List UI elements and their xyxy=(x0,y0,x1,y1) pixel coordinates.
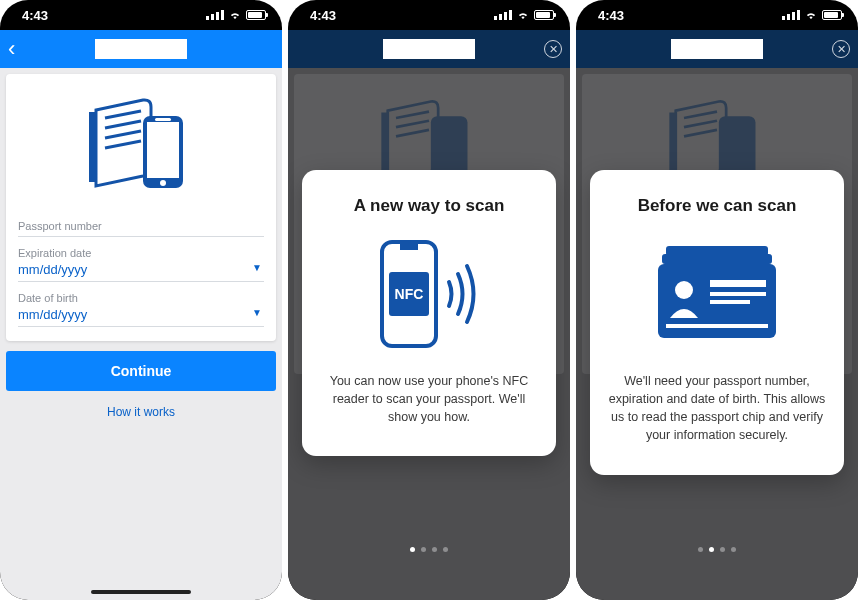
svg-rect-6 xyxy=(147,122,179,178)
page-dot[interactable] xyxy=(720,547,725,552)
onboarding-modal: A new way to scan NFC You can xyxy=(302,170,556,456)
id-card-icon xyxy=(608,234,826,354)
app-bar: ‹ xyxy=(0,30,282,68)
field-value: mm/dd/yyyy xyxy=(18,262,264,277)
svg-line-12 xyxy=(396,130,429,136)
app-title-redacted xyxy=(383,39,475,59)
svg-line-21 xyxy=(684,130,717,136)
phone-screen-before-scan: 4:43 ✕ Before xyxy=(576,0,858,600)
signal-icon xyxy=(782,10,800,20)
page-indicator xyxy=(288,547,570,552)
onboarding-modal: Before we can scan We'll need your xyxy=(590,170,844,475)
status-time: 4:43 xyxy=(598,8,624,23)
expiration-date-field[interactable]: Expiration date mm/dd/yyyy ▼ xyxy=(18,237,264,282)
status-time: 4:43 xyxy=(22,8,48,23)
modal-body: You can now use your phone's NFC reader … xyxy=(320,372,538,426)
chevron-down-icon: ▼ xyxy=(252,262,262,273)
app-bar: ✕ xyxy=(576,30,858,68)
page-dot[interactable] xyxy=(698,547,703,552)
nfc-phone-icon: NFC xyxy=(320,234,538,354)
status-bar: 4:43 xyxy=(0,0,282,30)
modal-title: A new way to scan xyxy=(320,196,538,216)
wifi-icon xyxy=(228,10,242,20)
phone-screen-nfc-intro: 4:43 ✕ A new xyxy=(288,0,570,600)
wifi-icon xyxy=(516,10,530,20)
status-indicators xyxy=(782,10,842,20)
field-label: Expiration date xyxy=(18,247,264,259)
svg-rect-9 xyxy=(381,113,388,177)
status-time: 4:43 xyxy=(310,8,336,23)
svg-line-11 xyxy=(396,121,429,127)
svg-rect-15 xyxy=(400,242,418,250)
svg-point-26 xyxy=(675,281,693,299)
app-title-redacted xyxy=(95,39,187,59)
field-label: Date of birth xyxy=(18,292,264,304)
svg-text:NFC: NFC xyxy=(395,286,424,302)
field-label: Passport number xyxy=(18,220,264,232)
page-dot[interactable] xyxy=(432,547,437,552)
svg-rect-18 xyxy=(669,113,676,177)
back-icon[interactable]: ‹ xyxy=(8,38,15,60)
svg-rect-0 xyxy=(89,112,97,182)
app-title-redacted xyxy=(671,39,763,59)
dob-field[interactable]: Date of birth mm/dd/yyyy ▼ xyxy=(18,282,264,327)
passport-number-field[interactable]: Passport number xyxy=(18,210,264,237)
continue-button[interactable]: Continue xyxy=(6,351,276,391)
how-it-works-link[interactable]: How it works xyxy=(6,405,276,419)
close-icon[interactable]: ✕ xyxy=(832,40,850,58)
svg-rect-27 xyxy=(710,280,766,287)
svg-rect-30 xyxy=(666,324,768,328)
home-indicator[interactable] xyxy=(91,590,191,594)
battery-icon xyxy=(534,10,554,20)
page-indicator xyxy=(576,547,858,552)
phone-screen-form: 4:43 ‹ xyxy=(0,0,282,600)
field-value: mm/dd/yyyy xyxy=(18,307,264,322)
svg-line-19 xyxy=(684,112,717,118)
svg-rect-7 xyxy=(155,118,171,121)
page-dot[interactable] xyxy=(410,547,415,552)
svg-line-10 xyxy=(396,112,429,118)
svg-point-8 xyxy=(160,180,166,186)
passport-phone-icon xyxy=(18,88,264,210)
svg-rect-24 xyxy=(662,254,772,264)
svg-rect-28 xyxy=(710,292,766,296)
page-dot[interactable] xyxy=(421,547,426,552)
screen-body: Passport number Expiration date mm/dd/yy… xyxy=(0,68,282,600)
status-indicators xyxy=(206,10,266,20)
status-bar: 4:43 xyxy=(576,0,858,30)
status-bar: 4:43 xyxy=(288,0,570,30)
battery-icon xyxy=(822,10,842,20)
chevron-down-icon: ▼ xyxy=(252,307,262,318)
screen-body: Before we can scan We'll need your xyxy=(576,68,858,600)
svg-rect-29 xyxy=(710,300,750,304)
close-icon[interactable]: ✕ xyxy=(544,40,562,58)
page-dot[interactable] xyxy=(443,547,448,552)
form-card: Passport number Expiration date mm/dd/yy… xyxy=(6,74,276,341)
page-dot[interactable] xyxy=(709,547,714,552)
app-bar: ✕ xyxy=(288,30,570,68)
svg-line-20 xyxy=(684,121,717,127)
wifi-icon xyxy=(804,10,818,20)
page-dot[interactable] xyxy=(731,547,736,552)
modal-body: We'll need your passport number, expirat… xyxy=(608,372,826,445)
modal-title: Before we can scan xyxy=(608,196,826,216)
status-indicators xyxy=(494,10,554,20)
signal-icon xyxy=(494,10,512,20)
signal-icon xyxy=(206,10,224,20)
screen-body: A new way to scan NFC You can xyxy=(288,68,570,600)
battery-icon xyxy=(246,10,266,20)
